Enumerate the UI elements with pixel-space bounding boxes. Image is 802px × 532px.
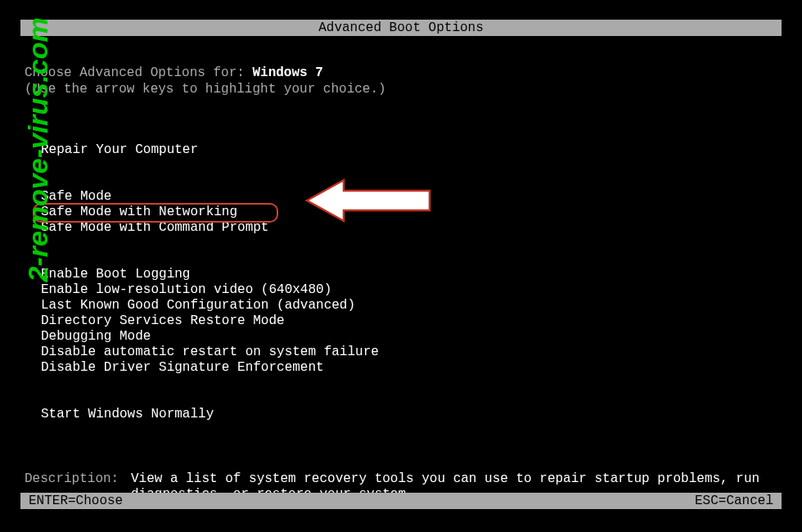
menu-safe-mode-command-prompt[interactable]: Safe Mode with Command Prompt [25, 220, 777, 236]
menu-safe-mode-networking[interactable]: Safe Mode with Networking [25, 205, 777, 220]
menu-disable-driver-sig[interactable]: Disable Driver Signature Enforcement [25, 360, 777, 376]
menu-low-res-video[interactable]: Enable low-resolution video (640x480) [25, 282, 777, 298]
main-content: Choose Advanced Options for: Windows 7 (… [25, 65, 777, 503]
screen-title: Advanced Boot Options [318, 20, 484, 35]
title-bar: Advanced Boot Options [20, 20, 782, 36]
menu-start-windows-normally[interactable]: Start Windows Normally [25, 407, 777, 422]
menu-safe-mode[interactable]: Safe Mode [25, 189, 777, 205]
boot-menu: Repair Your Computer Safe Mode Safe Mode… [25, 142, 777, 422]
footer-enter-hint: ENTER=Choose [29, 493, 123, 509]
menu-boot-logging[interactable]: Enable Boot Logging [25, 267, 777, 282]
footer-bar: ENTER=Choose ESC=Cancel [20, 493, 782, 509]
choose-options-line: Choose Advanced Options for: Windows 7 [25, 65, 777, 80]
choose-label: Choose Advanced Options for: [25, 65, 252, 80]
footer-esc-hint: ESC=Cancel [695, 493, 773, 509]
menu-repair-computer[interactable]: Repair Your Computer [25, 142, 777, 158]
menu-directory-services-restore[interactable]: Directory Services Restore Mode [25, 313, 777, 329]
menu-disable-auto-restart[interactable]: Disable automatic restart on system fail… [25, 345, 777, 360]
menu-debugging-mode[interactable]: Debugging Mode [25, 329, 777, 345]
menu-last-known-good[interactable]: Last Known Good Configuration (advanced) [25, 298, 777, 313]
arrow-keys-instruction: (Use the arrow keys to highlight your ch… [25, 82, 777, 97]
os-name: Windows 7 [252, 65, 322, 80]
